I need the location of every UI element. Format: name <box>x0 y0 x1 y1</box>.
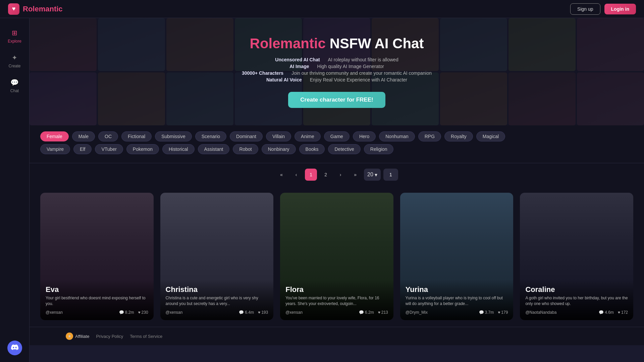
card-footer-eva: @xensan 💬 8.2m ♥ 230 <box>46 310 148 315</box>
card-footer-yurina: @Drym_Mix 💬 3.7m ♥ 179 <box>406 310 508 315</box>
chat-icon-christina: 💬 <box>239 310 244 315</box>
tag-vtuber[interactable]: VTuber <box>95 144 123 154</box>
chat-icon-coraline: 💬 <box>599 310 604 315</box>
card-name-yurina: Yurina <box>406 285 508 294</box>
create-icon: ✦ <box>10 53 19 62</box>
tags-section: FemaleMaleOCFictionalSubmissiveScenarioD… <box>30 125 644 163</box>
card-author-flora: @xensan <box>285 310 303 315</box>
card-christina[interactable]: Christina Christina is a cute and energe… <box>160 193 274 320</box>
card-chats-flora: 💬 6.2m <box>359 310 374 315</box>
logo[interactable]: ♥ Rolemantic <box>8 3 63 15</box>
tag-submissive[interactable]: Submissive <box>155 131 192 141</box>
pagination-bar: « ‹ 1 2 › » 20 ▾ <box>30 163 644 186</box>
tag-anime[interactable]: Anime <box>294 131 321 141</box>
hero-section: Rolemantic NSFW AI Chat Uncensored AI Ch… <box>30 18 644 125</box>
feature-val-3: Join our thriving community and create y… <box>291 70 432 76</box>
tag-pokemon[interactable]: Pokemon <box>126 144 159 154</box>
hero-features: Uncensored AI Chat AI roleplay without f… <box>242 57 432 82</box>
chat-icon-yurina: 💬 <box>479 310 484 315</box>
card-yurina[interactable]: Yurina Yurina is a volleyball player who… <box>400 193 514 320</box>
tag-detective[interactable]: Detective <box>328 144 360 154</box>
affiliate-link[interactable]: ★ Affiliate <box>66 333 89 340</box>
page-prev-button[interactable]: ‹ <box>290 169 302 181</box>
discord-icon <box>11 344 18 352</box>
page-1-button[interactable]: 1 <box>305 169 317 181</box>
signup-button[interactable]: Sign up <box>570 3 600 15</box>
chat-icon: 💬 <box>10 78 19 87</box>
card-likes-coraline: ♥ 172 <box>618 310 628 315</box>
cards-grid: Eva Your girl bestfriend who doesnt mind… <box>30 186 644 327</box>
tag-oc[interactable]: OC <box>98 131 118 141</box>
feature-val-4: Enjoy Real Voice Experience with AI Char… <box>310 77 407 82</box>
tag-historical[interactable]: Historical <box>162 144 195 154</box>
tag-robot[interactable]: Robot <box>233 144 258 154</box>
tag-scenario[interactable]: Scenario <box>195 131 226 141</box>
tag-rpg[interactable]: RPG <box>418 131 441 141</box>
tag-elf[interactable]: Elf <box>73 144 92 154</box>
card-coraline[interactable]: Coraline A goth girl who invited you to … <box>520 193 633 320</box>
per-page-select[interactable]: 20 ▾ <box>364 169 381 181</box>
card-flora[interactable]: Flora You've been married to your lovely… <box>280 193 393 320</box>
card-overlay-yurina: Yurina Yurina is a volleyball player who… <box>400 280 514 320</box>
tag-nonhuman[interactable]: Nonhuman <box>379 131 415 141</box>
tags-row-1: FemaleMaleOCFictionalSubmissiveScenarioD… <box>40 131 633 141</box>
card-desc-yurina: Yurina is a volleyball player who is try… <box>406 295 508 307</box>
tag-books[interactable]: Books <box>299 144 325 154</box>
card-desc-coraline: A goth girl who invited you to her birth… <box>525 295 628 307</box>
tag-assistant[interactable]: Assistant <box>198 144 230 154</box>
like-icon-yurina: ♥ <box>498 310 500 315</box>
tag-religion[interactable]: Religion <box>364 144 394 154</box>
tag-female[interactable]: Female <box>40 131 69 141</box>
sidebar: ⊞ Explore ✦ Create 💬 Chat <box>0 18 30 362</box>
tag-fictional[interactable]: Fictional <box>121 131 152 141</box>
tag-dominant[interactable]: Dominant <box>230 131 263 141</box>
card-footer-flora: @xensan 💬 6.2m ♥ 213 <box>285 310 388 315</box>
card-eva[interactable]: Eva Your girl bestfriend who doesnt mind… <box>40 193 154 320</box>
hero-feature-row-1: Uncensored AI Chat AI roleplay without f… <box>242 57 432 62</box>
tag-magical[interactable]: Magical <box>476 131 505 141</box>
tag-male[interactable]: Male <box>72 131 95 141</box>
card-name-coraline: Coraline <box>525 285 628 294</box>
terms-link[interactable]: Terms of Service <box>130 334 162 339</box>
hero-cta-button[interactable]: Create character for FREE! <box>288 92 385 108</box>
feature-key-4: Natural AI Voice <box>266 77 302 82</box>
sidebar-item-chat[interactable]: 💬 Chat <box>0 74 29 97</box>
sidebar-item-create[interactable]: ✦ Create <box>0 50 29 72</box>
go-to-page-input[interactable] <box>383 169 398 181</box>
page-last-button[interactable]: » <box>349 169 361 181</box>
tag-game[interactable]: Game <box>324 131 350 141</box>
card-likes-eva: ♥ 230 <box>138 310 148 315</box>
tag-hero[interactable]: Hero <box>353 131 376 141</box>
tag-villain[interactable]: Villain <box>266 131 291 141</box>
page-first-button[interactable]: « <box>275 169 287 181</box>
sidebar-item-label-explore: Explore <box>8 39 21 44</box>
card-desc-eva: Your girl bestfriend who doesnt mind exp… <box>46 295 148 307</box>
per-page-chevron: ▾ <box>375 172 377 178</box>
like-icon-flora: ♥ <box>378 310 380 315</box>
page-2-button[interactable]: 2 <box>320 169 332 181</box>
hero-feature-row-4: Natural AI Voice Enjoy Real Voice Experi… <box>242 77 432 82</box>
like-icon-christina: ♥ <box>258 310 260 315</box>
card-overlay-christina: Christina Christina is a cute and energe… <box>160 280 274 320</box>
tag-royalty[interactable]: Royalty <box>444 131 473 141</box>
tag-nonbinary[interactable]: Nonbinary <box>262 144 296 154</box>
sidebar-item-explore[interactable]: ⊞ Explore <box>0 25 29 47</box>
affiliate-icon: ★ <box>66 333 73 340</box>
hero-feature-row-2: AI Image High quality AI Image Generator <box>242 64 432 69</box>
card-author-yurina: @Drym_Mix <box>406 310 428 315</box>
explore-icon: ⊞ <box>10 28 19 38</box>
tag-vampire[interactable]: Vampire <box>40 144 70 154</box>
discord-button[interactable] <box>7 341 22 355</box>
page-next-button[interactable]: › <box>334 169 346 181</box>
card-stats-eva: 💬 8.2m ♥ 230 <box>119 310 148 315</box>
privacy-policy-link[interactable]: Privacy Policy <box>96 334 123 339</box>
card-chats-christina: 💬 6.4m <box>239 310 254 315</box>
login-button[interactable]: Login in <box>604 4 636 14</box>
hero-feature-row-3: 30000+ Characters Join our thriving comm… <box>242 70 432 76</box>
feature-val-2: High quality AI Image Generator <box>317 64 384 69</box>
logo-text: Rolemantic <box>23 5 63 13</box>
hero-title-rest: NSFW AI Chat <box>326 36 424 51</box>
logo-icon: ♥ <box>8 3 19 15</box>
card-name-christina: Christina <box>166 285 268 294</box>
topnav: ♥ Rolemantic Sign up Login in <box>0 0 644 18</box>
